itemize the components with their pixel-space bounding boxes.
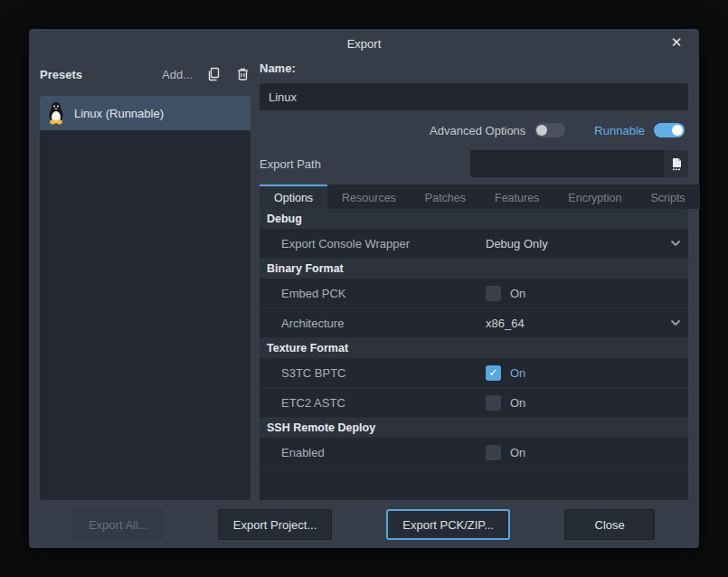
- options-panel: Debug Export Console Wrapper Debug Only …: [260, 209, 688, 500]
- chevron-down-icon: [670, 240, 681, 247]
- export-all-button[interactable]: Export All...: [73, 509, 164, 540]
- linux-penguin-icon: [47, 101, 65, 125]
- browse-path-button[interactable]: [664, 150, 688, 177]
- checkbox-label: On: [510, 366, 525, 380]
- ssh-enabled-checkbox[interactable]: [486, 445, 501, 460]
- duplicate-preset-button[interactable]: [205, 66, 222, 82]
- property-row: Embed PCK On: [260, 279, 688, 308]
- header-toggles-row: Advanced Options Runnable: [260, 118, 688, 143]
- property-label: Architecture: [260, 317, 486, 330]
- name-label: Name:: [260, 61, 688, 78]
- advanced-options-label: Advanced Options: [430, 124, 525, 137]
- tab-label: Encryption: [568, 192, 621, 204]
- property-row: ETC2 ASTC On: [260, 388, 688, 418]
- runnable-toggle[interactable]: [654, 123, 685, 137]
- name-input[interactable]: [260, 83, 688, 110]
- property-control: On: [486, 365, 688, 381]
- section-header-texture-format: Texture Format: [260, 338, 688, 358]
- presets-title: Presets: [40, 68, 149, 81]
- property-row: Export Console Wrapper Debug Only: [260, 229, 688, 259]
- tab-label: Patches: [425, 192, 466, 204]
- runnable-label: Runnable: [594, 124, 645, 137]
- toggle-knob: [536, 125, 547, 136]
- advanced-options-toggle[interactable]: [534, 123, 565, 137]
- preset-settings-panel: Name: Advanced Options Runnable Export P…: [260, 58, 688, 500]
- tab-features[interactable]: Features: [480, 184, 553, 209]
- dialog-content: Presets Add...: [40, 58, 688, 500]
- delete-preset-button[interactable]: [234, 66, 251, 82]
- embed-pck-checkbox[interactable]: [486, 286, 501, 301]
- tab-label: Scripts: [650, 192, 685, 204]
- dialog-title: Export: [347, 37, 382, 51]
- export-path-input[interactable]: [470, 150, 664, 177]
- property-row: Enabled On: [260, 438, 688, 468]
- property-row: S3TC BPTC On: [260, 358, 688, 388]
- chevron-down-icon: [670, 319, 681, 326]
- checkbox-label: On: [510, 446, 525, 459]
- section-header-debug: Debug: [260, 209, 688, 229]
- export-project-button[interactable]: Export Project...: [218, 509, 332, 540]
- copy-icon: [206, 67, 221, 81]
- tab-resources[interactable]: Resources: [327, 184, 411, 209]
- checkbox-label: On: [510, 396, 525, 410]
- preset-list: Linux (Runnable): [40, 96, 251, 500]
- section-header-binary-format: Binary Format: [260, 259, 688, 279]
- dropdown-value: Debug Only: [486, 237, 670, 251]
- property-label: Export Console Wrapper: [260, 237, 486, 251]
- preset-item-linux[interactable]: Linux (Runnable): [40, 96, 251, 130]
- close-icon[interactable]: ✕: [667, 33, 686, 52]
- etc2-astc-checkbox[interactable]: [486, 395, 501, 411]
- property-label: Enabled: [260, 446, 486, 459]
- trash-icon: [236, 67, 250, 81]
- export-path-row: Export Path: [260, 150, 688, 177]
- close-button[interactable]: Close: [564, 509, 655, 540]
- architecture-dropdown[interactable]: x86_64: [486, 317, 681, 330]
- property-row: Architecture x86_64: [260, 308, 688, 338]
- property-control: x86_64: [486, 317, 688, 330]
- export-dialog: Export ✕ Presets Add...: [29, 29, 699, 548]
- checkbox-label: On: [510, 287, 525, 300]
- tab-label: Options: [274, 192, 313, 204]
- export-path-group: [470, 150, 688, 177]
- dropdown-value: x86_64: [486, 317, 670, 330]
- dialog-titlebar: Export ✕: [40, 29, 688, 56]
- export-pck-zip-button[interactable]: Export PCK/ZIP...: [386, 509, 510, 540]
- s3tc-bptc-checkbox[interactable]: [486, 365, 501, 381]
- file-icon: [670, 157, 683, 171]
- export-path-label: Export Path: [260, 157, 470, 171]
- presets-header: Presets Add...: [40, 61, 251, 87]
- property-control: Debug Only: [486, 237, 688, 251]
- tab-patches[interactable]: Patches: [411, 184, 480, 209]
- tab-encryption[interactable]: Encryption: [553, 184, 636, 209]
- presets-panel: Presets Add...: [40, 58, 251, 500]
- property-label: Embed PCK: [260, 287, 486, 300]
- footer-buttons: Export All... Export Project... Export P…: [40, 509, 688, 540]
- add-preset-button[interactable]: Add...: [162, 68, 193, 81]
- toggle-knob: [672, 125, 683, 136]
- property-control: On: [486, 445, 688, 460]
- property-control: On: [486, 395, 688, 411]
- preset-item-label: Linux (Runnable): [74, 107, 164, 120]
- section-header-ssh-remote-deploy: SSH Remote Deploy: [260, 418, 688, 438]
- tab-options[interactable]: Options: [260, 184, 327, 209]
- property-control: On: [486, 286, 688, 301]
- tab-bar: Options Resources Patches Features Encry…: [260, 184, 688, 209]
- export-console-wrapper-dropdown[interactable]: Debug Only: [486, 237, 681, 251]
- tab-label: Features: [495, 192, 539, 204]
- tab-scripts[interactable]: Scripts: [636, 184, 699, 209]
- property-label: S3TC BPTC: [260, 366, 486, 380]
- tab-label: Resources: [342, 192, 396, 204]
- property-label: ETC2 ASTC: [260, 396, 486, 410]
